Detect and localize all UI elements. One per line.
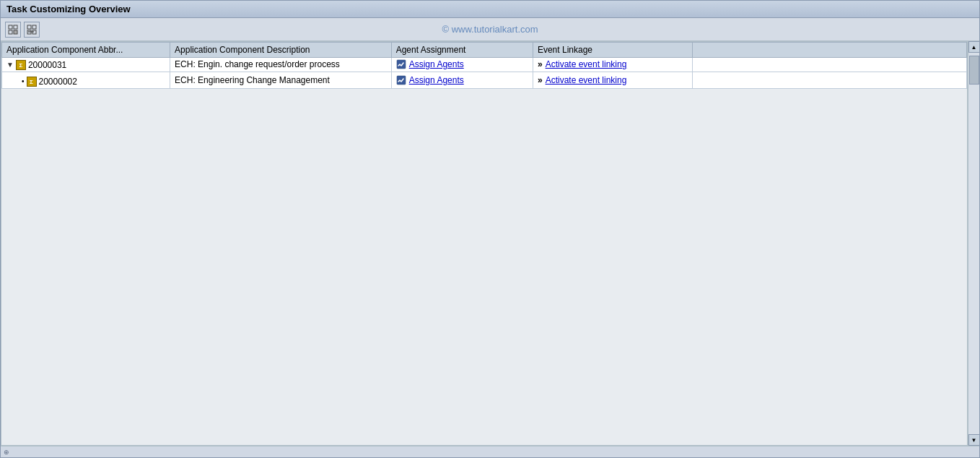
abbr-text-0: 20000031	[28, 60, 66, 70]
cell-event-1: »Activate event linking	[533, 72, 692, 88]
assign-agents-icon-0	[396, 59, 406, 69]
watermark: © www.tutorialkart.com	[442, 24, 538, 35]
empty-table-area	[1, 89, 967, 378]
svg-rect-3	[14, 30, 17, 34]
cell-agent-1: Assign Agents	[391, 72, 533, 88]
event-linkage-icon-1: »	[538, 75, 543, 85]
cell-extra-1	[692, 72, 966, 88]
cell-agent-0: Assign Agents	[391, 58, 533, 72]
svg-rect-1	[14, 25, 17, 29]
table-container[interactable]: Application Component Abbr... Applicatio…	[1, 41, 968, 446]
window-title: Task Customizing Overview	[6, 4, 131, 14]
main-window: Task Customizing Overview © www.tutorial…	[0, 0, 980, 458]
title-bar: Task Customizing Overview	[1, 1, 979, 18]
table-row: ▼Σ20000031ECH: Engin. change request/ord…	[2, 58, 967, 72]
toolbar-button-2[interactable]	[24, 22, 40, 38]
event-linkage-text-0[interactable]: Activate event linking	[546, 59, 627, 69]
scroll-up-arrow[interactable]: ▲	[968, 41, 980, 53]
assign-agents-icon-1	[396, 75, 406, 85]
assign-agents-text-1[interactable]: Assign Agents	[409, 75, 464, 85]
toolbar-button-1[interactable]	[5, 22, 21, 38]
scrollbar-right: ▲ ▼	[968, 41, 979, 446]
collapse-all-icon	[27, 25, 37, 35]
col-header-abbr: Application Component Abbr...	[2, 43, 170, 58]
svg-rect-5	[32, 25, 36, 29]
assign-agents-text-0[interactable]: Assign Agents	[409, 59, 464, 69]
svg-rect-9	[397, 60, 406, 69]
abbr-text-1: 20000002	[39, 77, 77, 87]
event-linkage-icon-0: »	[538, 59, 543, 69]
col-header-extra	[692, 43, 966, 58]
event-linkage-text-1[interactable]: Activate event linking	[546, 75, 627, 85]
expand-icon-0[interactable]: ▼	[6, 61, 14, 69]
bullet-icon-1: •	[22, 77, 25, 85]
cell-abbr-0: ▼Σ20000031	[2, 58, 170, 72]
cell-desc-0: ECH: Engin. change request/order process	[170, 58, 392, 72]
svg-rect-0	[9, 25, 12, 29]
col-header-agent: Agent Assignment	[391, 43, 533, 58]
scroll-down-arrow[interactable]: ▼	[968, 434, 980, 446]
svg-rect-2	[9, 30, 12, 34]
table-header-row: Application Component Abbr... Applicatio…	[2, 43, 967, 58]
resize-indicator: ⊕	[4, 449, 9, 456]
col-header-desc: Application Component Description	[170, 43, 392, 58]
cell-event-0: »Activate event linking	[533, 58, 692, 72]
scrollbar-bottom: ⊕	[1, 446, 979, 457]
col-header-event: Event Linkage	[533, 43, 692, 58]
cell-abbr-1: •Σ20000002	[2, 72, 170, 88]
task-icon-1: Σ	[27, 77, 37, 87]
data-table: Application Component Abbr... Applicatio…	[1, 42, 967, 89]
expand-all-icon	[8, 25, 18, 35]
cell-extra-0	[692, 58, 966, 72]
svg-rect-10	[397, 76, 406, 85]
svg-rect-4	[27, 25, 31, 29]
table-row: •Σ20000002ECH: Engineering Change Manage…	[2, 72, 967, 88]
task-icon-0: Σ	[16, 60, 26, 70]
toolbar: © www.tutorialkart.com	[1, 18, 979, 41]
content-area: Application Component Abbr... Applicatio…	[1, 41, 979, 446]
scroll-thumb[interactable]	[969, 56, 979, 85]
cell-desc-1: ECH: Engineering Change Management	[170, 72, 392, 88]
scroll-track[interactable]	[968, 53, 979, 434]
